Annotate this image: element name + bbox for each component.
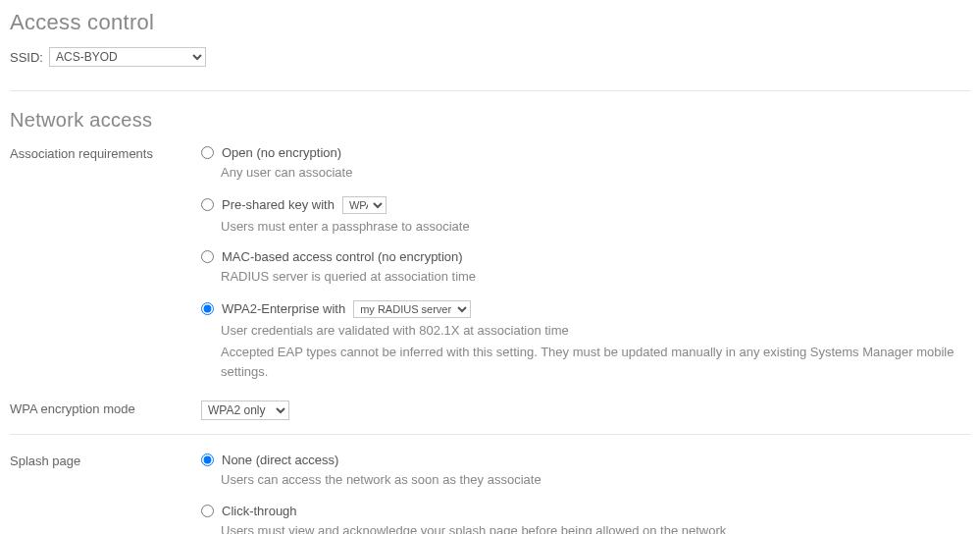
assoc-wpaent-desc1: User credentials are validated with 802.… (221, 321, 970, 341)
assoc-open-radio[interactable] (201, 146, 214, 159)
assoc-mac-title: MAC-based access control (no encryption) (222, 249, 463, 264)
splash-click-desc: Users must view and acknowledge your spl… (221, 521, 970, 535)
assoc-wpaent-prefix: WPA2-Enterprise with (222, 301, 345, 316)
assoc-wpaent-select[interactable]: my RADIUS server (353, 300, 471, 318)
assoc-mac-desc: RADIUS server is queried at association … (221, 267, 970, 287)
wpa-mode-label: WPA encryption mode (10, 400, 201, 416)
divider (10, 90, 970, 91)
splash-none-desc: Users can access the network as soon as … (221, 470, 970, 490)
assoc-wpaent-desc2: Accepted EAP types cannot be inferred wi… (221, 343, 970, 381)
page-title: Access control (10, 10, 970, 35)
association-requirements-label: Association requirements (10, 145, 201, 161)
assoc-open-title: Open (no encryption) (222, 145, 341, 160)
assoc-psk-select[interactable]: WPA2 (342, 196, 387, 214)
network-access-heading: Network access (10, 109, 970, 132)
splash-click-title: Click-through (222, 504, 297, 518)
splash-page-label: Splash page (10, 453, 201, 468)
wpa-mode-select[interactable]: WPA2 only (201, 400, 289, 420)
assoc-mac-radio[interactable] (201, 250, 214, 263)
splash-none-radio[interactable] (201, 454, 214, 466)
assoc-psk-prefix: Pre-shared key with (222, 197, 335, 212)
ssid-label: SSID: (10, 50, 43, 65)
assoc-psk-desc: Users must enter a passphrase to associa… (221, 217, 970, 237)
splash-click-radio[interactable] (201, 505, 214, 517)
assoc-open-desc: Any user can associate (221, 163, 970, 183)
ssid-select[interactable]: ACS-BYOD (49, 47, 206, 67)
splash-none-title: None (direct access) (222, 453, 338, 467)
divider (10, 434, 970, 435)
assoc-wpaent-radio[interactable] (201, 302, 214, 315)
assoc-psk-radio[interactable] (201, 198, 214, 211)
